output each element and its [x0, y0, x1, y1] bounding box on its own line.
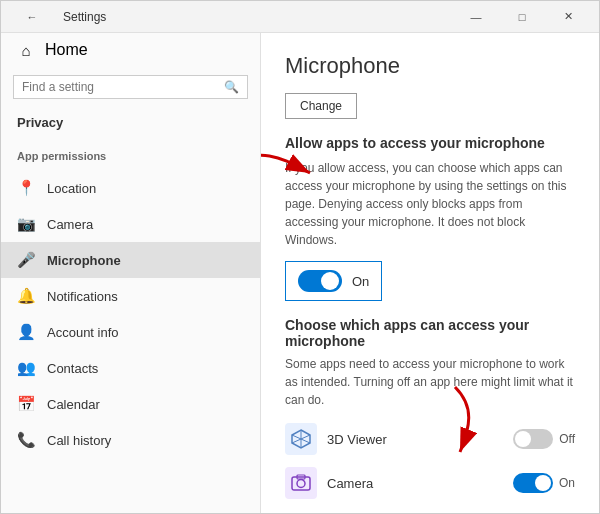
privacy-label: Privacy — [1, 107, 260, 134]
back-icon: ← — [27, 11, 38, 23]
sidebar-item-call-history[interactable]: 📞 Call history — [1, 422, 260, 458]
window-title: Settings — [63, 10, 106, 24]
search-icon: 🔍 — [224, 80, 239, 94]
choose-heading: Choose which apps can access your microp… — [285, 317, 575, 349]
sidebar-item-notifications[interactable]: 🔔 Notifications — [1, 278, 260, 314]
camera-label: Camera — [47, 217, 93, 232]
sidebar-item-contacts[interactable]: 👥 Contacts — [1, 350, 260, 386]
close-icon: ✕ — [564, 10, 573, 23]
maximize-button[interactable]: □ — [499, 1, 545, 33]
location-icon: 📍 — [17, 179, 35, 197]
home-icon: ⌂ — [17, 41, 35, 59]
camera-app-name: Camera — [327, 476, 503, 491]
home-label: Home — [45, 41, 88, 59]
titlebar-controls: — □ ✕ — [453, 1, 591, 33]
sidebar-item-account-info[interactable]: 👤 Account info — [1, 314, 260, 350]
microphone-icon: 🎤 — [17, 251, 35, 269]
toggle-on-label: On — [352, 274, 369, 289]
microphone-toggle[interactable] — [298, 270, 342, 292]
camera-icon: 📷 — [17, 215, 35, 233]
minimize-button[interactable]: — — [453, 1, 499, 33]
calendar-label: Calendar — [47, 397, 100, 412]
camera-toggle-label: On — [559, 476, 575, 490]
red-arrow-1 — [261, 155, 335, 215]
notifications-icon: 🔔 — [17, 287, 35, 305]
content-area: ⌂ Home 🔍 Privacy App permissions 📍 Locat… — [1, 33, 599, 513]
sidebar-item-home[interactable]: ⌂ Home — [1, 33, 260, 67]
3d-viewer-toggle-knob — [515, 431, 531, 447]
location-label: Location — [47, 181, 96, 196]
account-label: Account info — [47, 325, 119, 340]
choose-desc: Some apps need to access your microphone… — [285, 355, 575, 409]
svg-point-7 — [297, 480, 305, 488]
choose-section: Choose which apps can access your microp… — [285, 317, 575, 499]
red-arrow-2 — [455, 397, 515, 457]
3d-viewer-toggle[interactable] — [513, 429, 553, 449]
sidebar-item-calendar[interactable]: 📅 Calendar — [1, 386, 260, 422]
microphone-label: Microphone — [47, 253, 121, 268]
search-box[interactable]: 🔍 — [13, 75, 248, 99]
titlebar-left: ← Settings — [9, 1, 106, 33]
contacts-icon: 👥 — [17, 359, 35, 377]
page-title: Microphone — [285, 53, 575, 79]
3d-viewer-icon — [285, 423, 317, 455]
sidebar-item-camera[interactable]: 📷 Camera — [1, 206, 260, 242]
call-history-icon: 📞 — [17, 431, 35, 449]
sidebar: ⌂ Home 🔍 Privacy App permissions 📍 Locat… — [1, 33, 261, 513]
contacts-label: Contacts — [47, 361, 98, 376]
calendar-icon: 📅 — [17, 395, 35, 413]
allow-section: Allow apps to access your microphone If … — [285, 135, 575, 317]
app-permissions-header: App permissions — [1, 134, 260, 170]
3d-viewer-svg — [290, 428, 312, 450]
call-history-label: Call history — [47, 433, 111, 448]
camera-toggle[interactable] — [513, 473, 553, 493]
microphone-toggle-row: On — [285, 261, 382, 301]
sidebar-item-microphone[interactable]: 🎤 Microphone — [1, 242, 260, 278]
back-button[interactable]: ← — [9, 1, 55, 33]
titlebar: ← Settings — □ ✕ — [1, 1, 599, 33]
app-row-camera: Camera On — [285, 467, 575, 499]
app-permissions-label: App permissions — [17, 150, 106, 162]
app-row-3d-viewer: 3D Viewer Off — [285, 423, 575, 455]
toggle-knob — [321, 272, 339, 290]
account-icon: 👤 — [17, 323, 35, 341]
camera-app-svg — [290, 472, 312, 494]
settings-window: ← Settings — □ ✕ ⌂ Home — [0, 0, 600, 514]
3d-viewer-toggle-label: Off — [559, 432, 575, 446]
maximize-icon: □ — [519, 11, 526, 23]
camera-toggle-knob — [535, 475, 551, 491]
camera-app-icon — [285, 467, 317, 499]
search-input[interactable] — [22, 80, 224, 94]
sidebar-item-location[interactable]: 📍 Location — [1, 170, 260, 206]
allow-heading: Allow apps to access your microphone — [285, 135, 575, 151]
main-panel: Microphone Change Allow apps to access y… — [261, 33, 599, 513]
change-button[interactable]: Change — [285, 93, 357, 119]
camera-toggle-row: On — [513, 473, 575, 493]
notifications-label: Notifications — [47, 289, 118, 304]
3d-viewer-toggle-row: Off — [513, 429, 575, 449]
minimize-icon: — — [471, 11, 482, 23]
close-button[interactable]: ✕ — [545, 1, 591, 33]
